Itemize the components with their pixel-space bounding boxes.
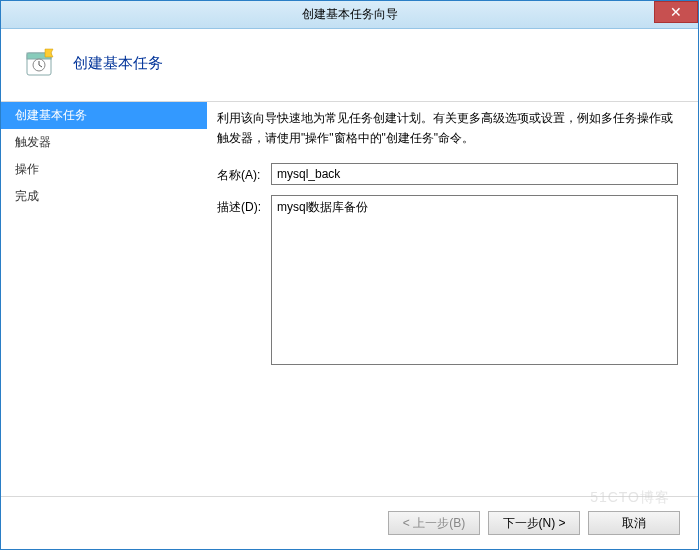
page-title: 创建基本任务: [73, 54, 163, 73]
button-row: < 上一步(B) 下一步(N) > 取消: [388, 511, 680, 535]
cancel-button[interactable]: 取消: [588, 511, 680, 535]
wizard-icon: [25, 47, 57, 79]
watermark: 51CTO博客: [590, 489, 670, 507]
content-panel: 利用该向导快速地为常见任务创建计划。有关更多高级选项或设置，例如多任务操作或触发…: [207, 102, 698, 482]
sidebar-item-finish[interactable]: 完成: [1, 183, 207, 210]
wizard-window: 创建基本任务向导 ✕ 创建基本任务 创建基本任务 触发器 操作 完成 利用该: [0, 0, 699, 550]
description-textarea[interactable]: [271, 195, 678, 365]
sidebar-item-create-basic-task[interactable]: 创建基本任务: [1, 102, 207, 129]
close-icon: ✕: [670, 4, 682, 20]
titlebar: 创建基本任务向导 ✕: [1, 1, 698, 29]
intro-text: 利用该向导快速地为常见任务创建计划。有关更多高级选项或设置，例如多任务操作或触发…: [217, 108, 678, 149]
sidebar: 创建基本任务 触发器 操作 完成: [1, 102, 207, 482]
description-label: 描述(D):: [217, 195, 271, 216]
description-row: 描述(D):: [217, 195, 678, 365]
close-button[interactable]: ✕: [654, 1, 698, 23]
sidebar-item-trigger[interactable]: 触发器: [1, 129, 207, 156]
wizard-body: 创建基本任务 触发器 操作 完成 利用该向导快速地为常见任务创建计划。有关更多高…: [1, 102, 698, 482]
name-label: 名称(A):: [217, 163, 271, 184]
window-title: 创建基本任务向导: [1, 6, 698, 23]
wizard-header: 创建基本任务: [1, 29, 698, 101]
footer-divider: [1, 496, 698, 497]
back-button: < 上一步(B): [388, 511, 480, 535]
next-button[interactable]: 下一步(N) >: [488, 511, 580, 535]
name-input[interactable]: [271, 163, 678, 185]
sidebar-item-action[interactable]: 操作: [1, 156, 207, 183]
name-row: 名称(A):: [217, 163, 678, 185]
